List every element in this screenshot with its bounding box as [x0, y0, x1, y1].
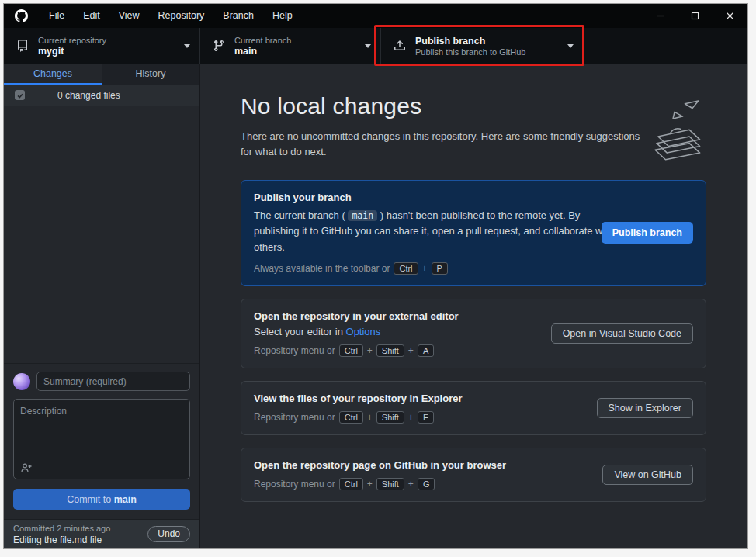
- publish-branch-subtitle: Publish this branch to GitHub: [415, 47, 574, 57]
- tab-history[interactable]: History: [102, 64, 199, 85]
- publish-card-title: Publish your branch: [254, 192, 693, 203]
- upload-icon: [394, 40, 406, 52]
- current-repository-text: Current repository mygit: [38, 36, 179, 57]
- tab-changes-label: Changes: [33, 68, 72, 79]
- menu-repository[interactable]: Repository: [149, 4, 214, 28]
- sidebar: Changes History 0 changed files: [4, 64, 200, 548]
- publish-card-body: The current branch ( main ) hasn't been …: [254, 208, 619, 254]
- commit-button[interactable]: Commit to main: [13, 489, 190, 510]
- page-subtitle: There are no uncommitted changes in this…: [241, 129, 644, 160]
- editor-card-title: Open the repository in your external edi…: [254, 310, 693, 322]
- key-shift: Shift: [376, 478, 404, 490]
- options-link[interactable]: Options: [346, 326, 381, 337]
- description-input[interactable]: [14, 400, 189, 479]
- publish-branch-button[interactable]: Publish branch: [602, 222, 693, 244]
- close-button[interactable]: [713, 4, 747, 28]
- changes-list: [4, 106, 199, 363]
- publish-card-hint: Always available in the toolbar or Ctrl …: [254, 262, 693, 275]
- current-repository-value: mygit: [38, 46, 179, 57]
- menu-help[interactable]: Help: [263, 4, 302, 28]
- key-p: P: [432, 262, 448, 275]
- github-logo-icon: [15, 9, 29, 23]
- commit-message-label: Editing the file.md file: [13, 535, 147, 545]
- paper-stack-illustration: [637, 99, 712, 164]
- sidebar-tabs: Changes History: [4, 64, 199, 85]
- minimize-button[interactable]: [643, 4, 678, 28]
- branch-icon: [213, 40, 225, 52]
- publish-branch-toolbar-button[interactable]: Publish branch Publish this branch to Gi…: [381, 28, 584, 64]
- split-button-divider: [557, 35, 557, 57]
- undo-button[interactable]: Undo: [147, 526, 190, 542]
- open-in-vscode-button[interactable]: Open in Visual Studio Code: [551, 323, 693, 344]
- github-page-card: Open the repository page on GitHub in yo…: [241, 448, 706, 502]
- key-ctrl: Ctrl: [339, 478, 363, 490]
- menu-file[interactable]: File: [40, 4, 74, 28]
- undo-bar: Committed 2 minutes ago Editing the file…: [4, 519, 199, 548]
- add-coauthor-icon[interactable]: [20, 462, 33, 474]
- branch-code-chip: main: [348, 210, 377, 221]
- changed-files-row: 0 changed files: [4, 85, 199, 106]
- current-repository-button[interactable]: Current repository mygit: [4, 28, 200, 64]
- description-box: [13, 399, 190, 479]
- github-desktop-window: File Edit View Repository Branch Help Cu…: [4, 4, 747, 548]
- view-on-github-button[interactable]: View on GitHub: [602, 465, 693, 485]
- menubar: File Edit View Repository Branch Help: [40, 4, 302, 28]
- key-g: G: [418, 478, 435, 490]
- current-repository-label: Current repository: [38, 36, 179, 45]
- publish-branch-title: Publish branch: [415, 36, 574, 47]
- key-ctrl: Ctrl: [394, 262, 418, 275]
- editor-card-hint: Repository menu or Ctrl + Shift + A: [254, 344, 693, 357]
- tab-history-label: History: [136, 68, 166, 79]
- summary-input[interactable]: [36, 372, 190, 391]
- main-panel: No local changes There are no uncommitte…: [200, 64, 747, 548]
- tab-changes[interactable]: Changes: [4, 64, 102, 85]
- select-all-checkbox[interactable]: [15, 90, 25, 100]
- menu-branch[interactable]: Branch: [213, 4, 263, 28]
- external-editor-card: Open the repository in your external edi…: [241, 299, 706, 368]
- current-branch-value: main: [234, 46, 360, 57]
- publish-branch-card: Publish your branch The current branch (…: [241, 180, 706, 285]
- window-controls: [643, 4, 747, 28]
- chevron-down-icon: [184, 44, 190, 48]
- key-a: A: [418, 344, 434, 357]
- repo-icon: [16, 40, 29, 52]
- key-shift: Shift: [376, 411, 404, 424]
- current-branch-button[interactable]: Current branch main: [200, 28, 381, 64]
- titlebar: File Edit View Repository Branch Help: [4, 4, 747, 28]
- current-branch-label: Current branch: [234, 36, 360, 45]
- changed-files-label: 0 changed files: [57, 90, 120, 101]
- current-branch-text: Current branch main: [234, 36, 360, 57]
- key-shift: Shift: [376, 344, 404, 357]
- key-ctrl: Ctrl: [339, 411, 363, 424]
- committed-time-label: Committed 2 minutes ago: [13, 524, 147, 533]
- key-ctrl: Ctrl: [339, 344, 363, 357]
- show-in-explorer-button[interactable]: Show in Explorer: [597, 398, 694, 418]
- menu-view[interactable]: View: [109, 4, 149, 28]
- chevron-down-icon: [365, 44, 371, 48]
- toolbar: Current repository mygit Current branch …: [4, 28, 747, 64]
- maximize-button[interactable]: [678, 4, 713, 28]
- key-f: F: [418, 411, 434, 424]
- explorer-card: View the files of your repository in Exp…: [241, 381, 706, 435]
- avatar: [13, 373, 30, 390]
- chevron-down-icon[interactable]: [567, 44, 574, 48]
- menu-edit[interactable]: Edit: [74, 4, 109, 28]
- commit-form: Commit to main: [4, 363, 199, 519]
- publish-branch-text: Publish branch Publish this branch to Gi…: [415, 36, 574, 57]
